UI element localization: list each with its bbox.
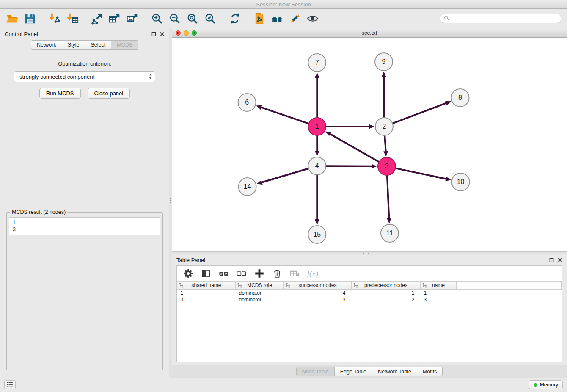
control-panel-title: Control Panel [5,31,38,37]
import-table-file-button[interactable] [66,12,79,25]
column-header-shared-name[interactable]: shared name [177,282,236,290]
mcds-result-item: 3 [13,226,157,233]
edge-1-6[interactable] [261,108,309,124]
window-zoom-button[interactable] [192,30,197,36]
tab-select[interactable]: Select [85,40,112,50]
table-cell[interactable]: 1 [421,290,457,297]
table-cell[interactable]: 2 [352,296,421,303]
edge-2-9[interactable] [384,77,384,118]
tab-motifs[interactable]: Motifs [417,367,443,376]
network-canvas[interactable]: 7968124314101511 [172,38,567,251]
edge-2-8[interactable] [393,103,446,124]
edge-4-14[interactable] [262,168,308,182]
table-cell[interactable]: 3 [284,296,352,303]
edge-4-3[interactable] [326,166,372,166]
mcds-result-list[interactable]: 13 [9,217,160,235]
edge-2-3[interactable] [385,135,385,151]
close-panel-button[interactable]: Close panel [88,88,130,99]
delete-rows-button[interactable] [271,267,284,280]
column-header-name[interactable]: name [421,282,457,290]
refresh-view-button[interactable] [228,12,242,25]
table-cell[interactable]: 3 [177,296,236,303]
table-cell[interactable]: 1 [177,290,236,297]
main-toolbar [0,9,567,28]
horizontal-splitter[interactable] [172,251,567,254]
network-graph[interactable]: 7968124314101511 [172,38,567,251]
show-graphics-details-button[interactable] [306,12,319,25]
node-label-7: 7 [315,59,319,66]
apply-style-button[interactable] [288,12,302,25]
network-window-title: scc.txt [172,30,567,36]
mcds-panel-body: Optimization criterion: strongly connect… [0,50,169,378]
search-input[interactable] [451,16,557,22]
tab-edge-table[interactable]: Edge Table [335,367,372,376]
column-tree-icon [286,283,290,289]
table-cell[interactable]: 4 [284,290,352,297]
optimization-select-value: strongly connected component [19,74,94,80]
table-cell[interactable]: 3 [421,296,457,303]
edge-3-11[interactable] [387,175,389,218]
run-mcds-button[interactable]: Run MCDS [39,88,81,99]
tab-node-table[interactable]: Node Table [296,367,335,376]
zoom-in-button[interactable] [150,12,164,25]
tab-network-table[interactable]: Network Table [372,367,417,376]
zoom-out-button[interactable] [168,12,182,25]
zoom-selected-button[interactable] [204,12,217,25]
app-window: Session: New Session Control Panel Netwo… [0,0,567,392]
zoom-fit-button[interactable] [186,12,199,25]
table-panel-title: Table Panel [176,257,205,263]
vertical-splitter[interactable] [169,28,172,378]
node-label-8: 8 [458,94,462,101]
column-label: name [432,282,445,288]
column-header-successor-nodes[interactable]: successor nodes [284,282,352,290]
tab-network[interactable]: Network [31,40,62,50]
tab-style[interactable]: Style [62,40,85,50]
table-cell[interactable]: dominator [236,296,284,303]
deselect-all-rows-button[interactable] [235,267,248,280]
table-cell-filler [457,296,562,303]
export-network-button[interactable] [90,12,104,25]
close-table-panel-icon[interactable] [558,258,562,262]
table-row[interactable]: 3dominator323 [177,296,562,303]
memory-button[interactable]: Memory [529,380,563,389]
edge-arrowhead-1-2 [369,124,374,129]
table-panel-header: Table Panel [172,254,567,265]
node-label-15: 15 [313,231,321,238]
column-header-predecessor-nodes[interactable]: predecessor nodes [352,282,421,290]
table-cell[interactable]: 1 [352,290,421,297]
float-panel-icon[interactable] [151,32,156,36]
import-network-file-button[interactable] [48,12,61,25]
select-all-rows-button[interactable] [217,267,230,280]
save-session-button[interactable] [23,12,37,25]
table-cell[interactable]: dominator [236,290,284,297]
edge-3-10[interactable] [395,168,446,179]
home-view-button[interactable] [270,12,284,25]
network-view-window: scc.txt 7968124314101511 [172,28,567,251]
network-from-file-button[interactable] [253,12,266,25]
export-image-button[interactable] [126,12,139,25]
tab-mcds[interactable]: MCDS [111,40,138,50]
window-minimize-button[interactable] [184,30,189,36]
close-panel-icon[interactable] [160,32,165,36]
function-builder-button[interactable]: f(x) [306,267,319,280]
node-label-6: 6 [245,99,249,106]
panel-empty-space [6,99,164,209]
edge-3-1[interactable] [330,134,379,162]
table-settings-button[interactable] [182,267,195,280]
delete-table-button[interactable] [289,267,301,280]
export-table-button[interactable] [108,12,121,25]
open-file-button[interactable] [6,12,19,25]
table-row[interactable]: 1dominator411 [177,290,562,297]
panel-menu-button[interactable] [4,380,16,389]
column-tree-icon [353,283,358,289]
column-header-MCDS-role[interactable]: MCDS role [236,282,284,290]
window-close-button[interactable] [176,30,181,36]
optimization-select[interactable]: strongly connected component [14,71,155,82]
window-titlebar: Session: New Session [0,0,567,9]
show-columns-button[interactable] [200,267,212,280]
window-title: Session: New Session [256,1,311,8]
float-table-panel-icon[interactable] [549,258,554,262]
add-row-button[interactable] [253,267,266,280]
search-box[interactable] [440,14,561,23]
node-label-2: 2 [382,123,386,130]
